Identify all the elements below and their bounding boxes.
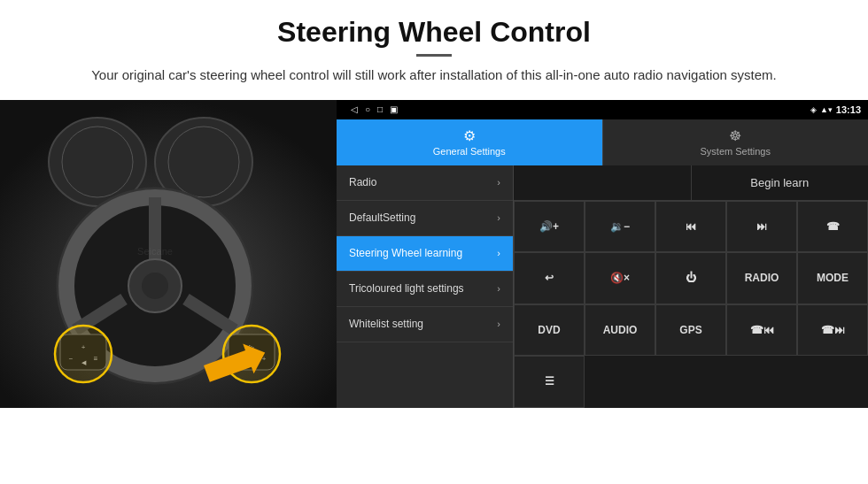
home-nav-icon[interactable]: ○: [365, 104, 370, 114]
list-button[interactable]: ☰: [514, 356, 585, 408]
status-bar: ◁ ○ □ ▣ ◈ ▲▾ 13:13: [337, 100, 868, 119]
cast-nav-icon[interactable]: ▣: [390, 104, 398, 114]
content-area: + − ◀ ≡ ▷ ◁ ◈ +: [0, 100, 868, 485]
steering-chevron-icon: ›: [497, 248, 500, 258]
tel-prev-icon: ☎⏮: [750, 324, 774, 336]
svg-text:Seicane: Seicane: [137, 246, 173, 257]
status-time: 13:13: [836, 104, 861, 115]
tel-prev-button[interactable]: ☎⏮: [726, 304, 797, 357]
tricolour-chevron-icon: ›: [497, 283, 500, 294]
back-nav-icon[interactable]: ◁: [351, 104, 358, 114]
mute-button[interactable]: 🔇×: [585, 252, 655, 304]
main-content: Radio › DefaultSetting › Steering Wheel …: [337, 165, 868, 408]
list-icon: ☰: [545, 375, 554, 388]
tab-general-label: General Settings: [433, 146, 506, 157]
dvd-button[interactable]: DVD: [514, 304, 585, 357]
begin-learn-row: Begin learn: [514, 165, 868, 201]
audio-label: AUDIO: [603, 324, 638, 336]
default-chevron-icon: ›: [497, 212, 500, 223]
prev-track-icon: ⏮: [686, 220, 696, 233]
subtitle-text: Your original car's steering wheel contr…: [71, 65, 797, 86]
car-image-panel: + − ◀ ≡ ▷ ◁ ◈ +: [0, 100, 337, 408]
radio-button[interactable]: RADIO: [726, 252, 797, 304]
next-track-button[interactable]: ⏭: [726, 201, 797, 253]
dvd-label: DVD: [538, 324, 560, 336]
svg-point-22: [55, 326, 112, 382]
car-image-bg: + − ◀ ≡ ▷ ◁ ◈ +: [0, 100, 337, 408]
tab-general-settings[interactable]: ⚙ General Settings: [337, 119, 602, 165]
vol-down-button[interactable]: 🔉−: [585, 201, 655, 253]
page-container: Steering Wheel Control Your original car…: [0, 0, 868, 484]
button-grid: 🔊+ 🔉− ⏮ ⏭ ☎: [514, 201, 868, 408]
menu-item-tricolour[interactable]: Tricoloured light settings ›: [337, 272, 513, 307]
vol-up-icon: 🔊+: [539, 220, 559, 233]
tab-row: ⚙ General Settings ☸ System Settings: [337, 119, 868, 165]
tel-next-button[interactable]: ☎⏭: [797, 304, 868, 357]
android-panel: ◁ ○ □ ▣ ◈ ▲▾ 13:13 ⚙ General Settings ☸ …: [337, 100, 868, 408]
control-panel: Begin learn 🔊+ 🔉− ⏮: [514, 165, 868, 408]
tab-system-label: System Settings: [701, 146, 771, 157]
system-settings-icon: ☸: [729, 127, 741, 144]
mute-icon: 🔇×: [610, 272, 630, 284]
status-bar-left: ◁ ○ □ ▣: [344, 104, 807, 114]
menu-item-radio[interactable]: Radio ›: [337, 165, 513, 201]
menu-item-default[interactable]: DefaultSetting ›: [337, 201, 513, 236]
power-icon: ⏻: [686, 272, 696, 284]
recent-nav-icon[interactable]: □: [377, 104, 383, 114]
menu-item-whitelist[interactable]: Whitelist setting ›: [337, 307, 513, 342]
vol-up-button[interactable]: 🔊+: [514, 201, 585, 253]
radio-label: RADIO: [745, 272, 779, 284]
vol-down-icon: 🔉−: [610, 220, 630, 233]
prev-track-button[interactable]: ⏮: [655, 201, 726, 253]
hook-icon: ↩: [545, 272, 554, 284]
tab-system-settings[interactable]: ☸ System Settings: [602, 119, 869, 165]
page-title: Steering Wheel Control: [53, 16, 815, 49]
title-divider: [416, 54, 452, 57]
wifi-signal-icon: ▲▾: [820, 105, 833, 114]
mode-label: MODE: [817, 272, 849, 284]
menu-panel: Radio › DefaultSetting › Steering Wheel …: [337, 165, 514, 408]
audio-button[interactable]: AUDIO: [585, 304, 655, 357]
phone-icon: ☎: [826, 220, 840, 233]
next-track-icon: ⏭: [756, 220, 767, 233]
general-settings-icon: ⚙: [463, 127, 476, 144]
whitelist-chevron-icon: ›: [497, 319, 500, 329]
tel-next-icon: ☎⏭: [821, 324, 845, 336]
gps-label: GPS: [679, 324, 701, 336]
begin-learn-button[interactable]: Begin learn: [692, 165, 869, 200]
header-section: Steering Wheel Control Your original car…: [0, 0, 868, 93]
location-icon: ◈: [810, 105, 817, 114]
svg-point-11: [142, 273, 168, 299]
phone-button[interactable]: ☎: [797, 201, 868, 253]
mode-button[interactable]: MODE: [797, 252, 868, 304]
begin-learn-empty: [514, 165, 692, 200]
gps-button[interactable]: GPS: [655, 304, 726, 357]
hook-button[interactable]: ↩: [514, 252, 585, 304]
radio-chevron-icon: ›: [497, 177, 500, 188]
menu-item-steering[interactable]: Steering Wheel learning ›: [337, 236, 513, 272]
power-button[interactable]: ⏻: [655, 252, 726, 304]
